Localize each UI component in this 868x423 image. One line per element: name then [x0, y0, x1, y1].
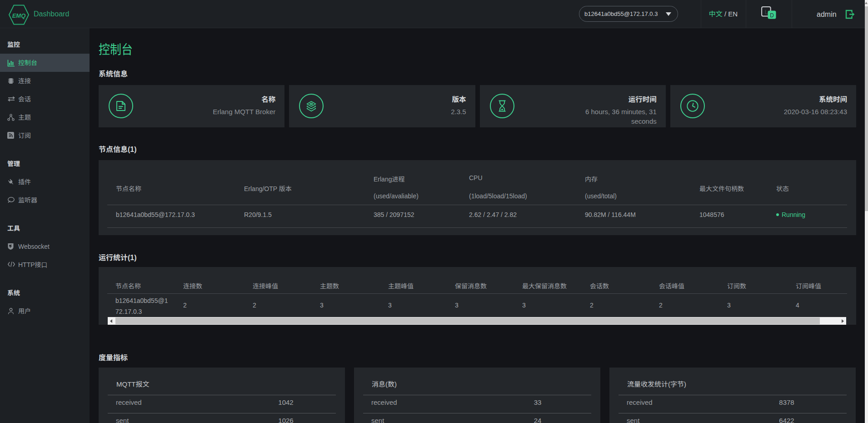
svg-text:D: D [770, 12, 774, 19]
svg-text:L: L [765, 9, 768, 15]
svg-text:EMQ: EMQ [12, 12, 26, 19]
